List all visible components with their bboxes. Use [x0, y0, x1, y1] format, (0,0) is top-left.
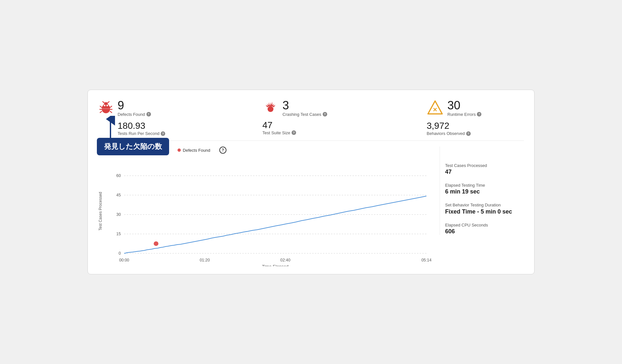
suite-label: Test Suite Size ? — [262, 130, 296, 135]
panel-cpu-seconds: Elapsed CPU Seconds 606 — [445, 222, 524, 235]
svg-line-8 — [110, 106, 112, 107]
runtime-content: 30 Runtime Errors ? — [447, 99, 481, 117]
explosion-icon — [262, 100, 279, 116]
defects-content: 9 Defects Found ? — [118, 99, 151, 117]
stat-item-defects: 9 Defects Found ? — [98, 99, 195, 117]
svg-text:01:20: 01:20 — [200, 258, 210, 262]
suite-number: 47 — [262, 120, 296, 130]
chart-svg: 0 15 30 45 60 00:00 01:20 02:40 05:14 — [104, 156, 433, 266]
runtime-help-icon[interactable]: ? — [477, 112, 481, 116]
svg-text:Time Elapsed: Time Elapsed — [262, 264, 289, 266]
stat-item-runtime: × 30 Runtime Errors ? — [427, 99, 524, 117]
stat-group-runtime: × 30 Runtime Errors ? 3,972 Behaviors Ob… — [427, 99, 524, 136]
svg-text:00:00: 00:00 — [119, 258, 129, 262]
svg-point-11 — [104, 105, 106, 106]
legend-defects: Defects Found — [178, 148, 210, 153]
svg-line-5 — [100, 106, 102, 107]
stat-item-crashing: 3 Crashing Test Cases ? — [262, 99, 360, 117]
defects-help-icon[interactable]: ? — [146, 112, 151, 116]
panel-behavior-duration-label: Set Behavior Testing Duration — [445, 202, 524, 208]
chart-container: Test Cases Processed Defects Found ? Tes… — [98, 147, 433, 266]
svg-line-4 — [107, 102, 109, 103]
panel-elapsed-time-value: 6 min 19 sec — [445, 188, 524, 195]
crashing-number: 3 — [282, 99, 327, 112]
tps-number: 180.93 — [118, 121, 165, 131]
panel-cpu-seconds-value: 606 — [445, 228, 524, 235]
crashing-label: Crashing Test Cases ? — [282, 112, 327, 117]
chart-area: Test Cases Processed 0 15 — [98, 156, 433, 266]
defects-label: Defects Found ? — [118, 112, 151, 117]
right-panel: Test Cases Processed 47 Elapsed Testing … — [440, 147, 524, 235]
stat-group-crashing: 3 Crashing Test Cases ? 47 Test Suite Si… — [262, 99, 360, 136]
bug-icon — [98, 100, 114, 117]
crashing-help-icon[interactable]: ? — [323, 112, 327, 116]
behaviors-number: 3,972 — [427, 121, 471, 131]
svg-line-7 — [100, 111, 102, 113]
svg-text:30: 30 — [116, 212, 121, 217]
runtime-label: Runtime Errors ? — [447, 112, 481, 117]
stat-item-suite: 47 Test Suite Size ? — [262, 120, 360, 135]
top-stats-row: 9 Defects Found ? 180.93 Tests Run Per S… — [98, 99, 524, 141]
y-axis-label: Test Cases Processed — [98, 192, 103, 230]
tooltip-annotation: 発見した欠陥の数 — [97, 138, 169, 155]
suite-content: 47 Test Suite Size ? — [262, 120, 296, 135]
svg-rect-2 — [105, 102, 107, 104]
legend-dot-icon — [178, 149, 181, 152]
tps-help-icon[interactable]: ? — [161, 131, 165, 136]
svg-text:02:40: 02:40 — [280, 258, 290, 262]
panel-cpu-seconds-label: Elapsed CPU Seconds — [445, 222, 524, 228]
svg-text:60: 60 — [116, 173, 121, 178]
main-card: 9 Defects Found ? 180.93 Tests Run Per S… — [87, 90, 535, 274]
svg-line-10 — [110, 111, 112, 113]
panel-test-cases-value: 47 — [445, 169, 524, 175]
tps-content: 180.93 Tests Run Per Second ? — [118, 121, 165, 136]
panel-elapsed-time: Elapsed Testing Time 6 min 19 sec — [445, 182, 524, 195]
svg-text:05:14: 05:14 — [421, 258, 432, 262]
runtime-number: 30 — [447, 99, 481, 112]
behaviors-label: Behaviors Observed ? — [427, 131, 471, 136]
svg-line-3 — [103, 102, 105, 103]
tps-label: Tests Run Per Second ? — [118, 131, 165, 136]
suite-help-icon[interactable]: ? — [292, 130, 296, 135]
svg-point-31 — [154, 241, 158, 246]
panel-elapsed-time-label: Elapsed Testing Time — [445, 182, 524, 188]
behaviors-help-icon[interactable]: ? — [466, 131, 471, 136]
panel-test-cases-label: Test Cases Processed — [445, 163, 524, 169]
crashing-content: 3 Crashing Test Cases ? — [282, 99, 327, 117]
panel-test-cases: Test Cases Processed 47 — [445, 163, 524, 175]
svg-text:×: × — [433, 105, 437, 114]
stat-item-tps: 180.93 Tests Run Per Second ? — [118, 121, 195, 136]
panel-behavior-duration-value: Fixed Time - 5 min 0 sec — [445, 208, 524, 215]
chart-section: Test Cases Processed Defects Found ? Tes… — [98, 147, 524, 266]
chart-inner: 0 15 30 45 60 00:00 01:20 02:40 05:14 — [104, 156, 433, 266]
warning-icon: × — [427, 100, 443, 117]
stat-item-behaviors: 3,972 Behaviors Observed ? — [427, 121, 524, 136]
chart-help-icon[interactable]: ? — [219, 147, 226, 154]
behaviors-content: 3,972 Behaviors Observed ? — [427, 121, 471, 136]
svg-text:45: 45 — [116, 193, 121, 197]
defects-number: 9 — [118, 99, 151, 112]
svg-text:0: 0 — [119, 251, 121, 256]
svg-text:15: 15 — [116, 232, 121, 236]
panel-behavior-duration: Set Behavior Testing Duration Fixed Time… — [445, 202, 524, 215]
svg-point-12 — [107, 105, 108, 106]
